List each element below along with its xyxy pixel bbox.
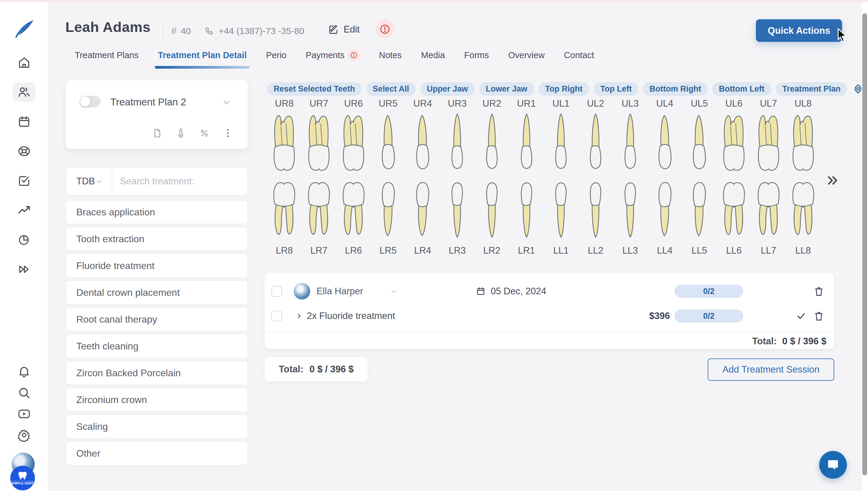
sidebar-item-trends[interactable]: [13, 201, 35, 220]
tooth-ul7[interactable]: [754, 110, 783, 172]
tooth-lr8[interactable]: [270, 179, 298, 241]
tooth-ul4[interactable]: [651, 110, 679, 172]
catalog-item-root-canal-therapy[interactable]: Root canal therapy: [66, 307, 248, 331]
tooth-ll2[interactable]: [581, 179, 610, 241]
tooth-label-ll1: LL1: [553, 244, 569, 257]
catalog-item-label: Dental crown placement: [76, 287, 179, 298]
tab-media[interactable]: Media: [421, 49, 445, 69]
tooth-lr5[interactable]: [374, 179, 402, 241]
tooth-ul3[interactable]: [616, 110, 644, 172]
treatment-complete-icon[interactable]: [796, 311, 807, 321]
tooth-lr3[interactable]: [443, 179, 471, 241]
tooth-lr7[interactable]: [305, 179, 333, 241]
catalog-item-zirconium-crown[interactable]: Zirconium crown: [66, 388, 248, 412]
tab-payments[interactable]: Payments: [306, 49, 360, 69]
tooth-ll7[interactable]: [754, 179, 783, 241]
tab-treatment-plan-detail[interactable]: Treatment Plan Detail: [158, 49, 247, 69]
plan-toggle[interactable]: [80, 96, 101, 107]
sidebar-item-patients[interactable]: [13, 83, 35, 102]
chip-top-left[interactable]: Top Left: [594, 82, 638, 96]
search-treatment-input[interactable]: [112, 168, 248, 195]
tab-perio[interactable]: Perio: [266, 49, 287, 69]
sidebar-item-home[interactable]: [13, 53, 35, 72]
tooth-ul5[interactable]: [685, 110, 713, 172]
thermometer-icon[interactable]: [175, 128, 186, 139]
catalog-item-zircon-backed-porcelain[interactable]: Zircon Backed Porcelain: [66, 361, 248, 385]
chip-bottom-left[interactable]: Bottom Left: [712, 82, 771, 96]
treatment-checkbox[interactable]: [271, 311, 282, 321]
tooth-ll3[interactable]: [616, 179, 644, 241]
tooth-ll4[interactable]: [651, 179, 679, 241]
tab-overview[interactable]: Overview: [508, 49, 544, 69]
tooth-column-ur8: UR8LR8: [267, 97, 302, 257]
sidebar-item-tutorials[interactable]: [13, 407, 35, 421]
catalog-item-braces-application[interactable]: Braces application: [66, 200, 248, 224]
tooth-ur3[interactable]: [443, 110, 471, 172]
sidebar-item-reports[interactable]: [13, 230, 35, 250]
tooth-ur2[interactable]: [478, 110, 506, 172]
chip-lower-jaw[interactable]: Lower Jaw: [479, 82, 534, 96]
sidebar-item-tasks[interactable]: [13, 171, 35, 191]
tooth-ll1[interactable]: [547, 179, 575, 241]
tab-forms[interactable]: Forms: [464, 49, 489, 69]
catalog-item-other[interactable]: Other: [66, 441, 248, 465]
tooth-lr4[interactable]: [409, 179, 437, 241]
session-delete-icon[interactable]: [813, 286, 824, 297]
brand-badge[interactable]: SIMPLE DENT: [10, 466, 35, 490]
patient-alert-icon[interactable]: [375, 20, 394, 38]
tooth-ul1[interactable]: [547, 110, 575, 172]
edit-button[interactable]: Edit: [328, 24, 360, 35]
catalog-item-teeth-cleaning[interactable]: Teeth cleaning: [66, 334, 248, 358]
sidebar-item-support[interactable]: [13, 142, 35, 161]
sidebar-item-shortcuts[interactable]: [13, 260, 35, 279]
tab-notes[interactable]: Notes: [379, 49, 402, 69]
chip-select-all[interactable]: Select All: [366, 82, 416, 96]
scrollbar-thumb[interactable]: [862, 13, 867, 475]
tooth-ll6[interactable]: [720, 179, 748, 241]
tooth-ll8[interactable]: [789, 179, 817, 241]
catalog-select[interactable]: TDB: [66, 168, 112, 195]
sidebar-item-settings[interactable]: [13, 428, 35, 442]
treatment-delete-icon[interactable]: [813, 310, 824, 322]
tooth-ur8[interactable]: [270, 110, 298, 172]
tab-contact[interactable]: Contact: [564, 49, 594, 69]
sidebar-item-calendar[interactable]: [13, 112, 35, 131]
tooth-lr1[interactable]: [512, 179, 541, 241]
tooth-ur6[interactable]: [339, 110, 368, 172]
tooth-ur5[interactable]: [374, 110, 402, 172]
tooth-ur7[interactable]: [305, 110, 333, 172]
brand-logo-icon[interactable]: [13, 18, 35, 40]
percent-icon[interactable]: [199, 128, 210, 139]
chip-upper-jaw[interactable]: Upper Jaw: [420, 82, 475, 96]
tooth-ul8[interactable]: [789, 110, 817, 172]
collapse-panel-icon[interactable]: [826, 174, 840, 187]
tooth-lr6[interactable]: [339, 179, 368, 241]
catalog-item-tooth-extraction[interactable]: Tooth extraction: [66, 227, 248, 251]
chip-treatment-plan[interactable]: Treatment Plan: [776, 82, 847, 96]
tooth-lr2[interactable]: [478, 179, 506, 241]
tooth-ll5[interactable]: [685, 179, 713, 241]
provider-chevron-down-icon[interactable]: [390, 287, 398, 295]
kebab-menu-icon[interactable]: [222, 128, 233, 139]
session-checkbox[interactable]: [271, 286, 282, 297]
catalog-item-scaling[interactable]: Scaling: [66, 414, 248, 439]
catalog-item-fluoride-treatment[interactable]: Fluoride treatment: [66, 254, 248, 278]
document-icon[interactable]: [152, 128, 163, 139]
sidebar-item-search[interactable]: [13, 385, 35, 400]
catalog-item-dental-crown-placement[interactable]: Dental crown placement: [66, 281, 248, 305]
tooth-ur1[interactable]: [512, 110, 541, 172]
expand-chevron-right-icon[interactable]: [296, 312, 303, 320]
quick-actions-button[interactable]: Quick Actions: [756, 19, 842, 42]
chip-bottom-right[interactable]: Bottom Right: [643, 82, 708, 96]
tab-treatment-plans[interactable]: Treatment Plans: [75, 49, 139, 69]
chip-reset-selected-teeth[interactable]: Reset Selected Teeth: [267, 82, 362, 96]
add-treatment-session-button[interactable]: Add Treatment Session: [708, 358, 834, 381]
chat-button[interactable]: [819, 451, 847, 479]
plan-chevron-down-icon[interactable]: [222, 97, 231, 107]
tooth-ul2[interactable]: [581, 110, 610, 172]
chip-top-right[interactable]: Top Right: [539, 82, 589, 96]
sidebar-item-notifications[interactable]: [13, 365, 35, 379]
session-date[interactable]: 05 Dec, 2024: [476, 286, 546, 297]
tooth-ur4[interactable]: [409, 110, 437, 172]
tooth-ul6[interactable]: [720, 110, 748, 172]
